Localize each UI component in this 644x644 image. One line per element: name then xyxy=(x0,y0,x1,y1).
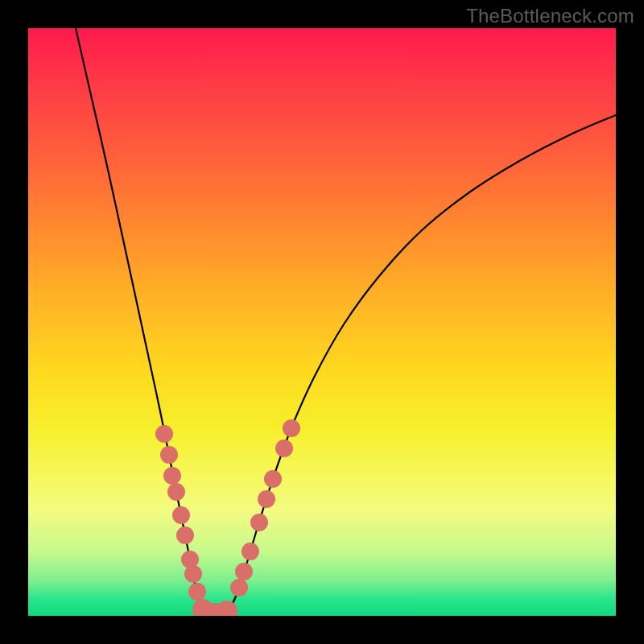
data-dot xyxy=(176,526,194,544)
data-dot xyxy=(188,583,206,601)
data-dot xyxy=(160,446,178,464)
dots-right-cluster xyxy=(230,419,300,597)
dots-left-cluster xyxy=(155,425,206,601)
data-dot xyxy=(163,467,181,485)
data-dot xyxy=(242,543,259,560)
data-dot xyxy=(184,565,202,583)
data-dot xyxy=(167,483,185,501)
bottleneck-curve-right xyxy=(224,115,616,614)
data-dot xyxy=(283,419,300,437)
chart-svg xyxy=(28,28,616,616)
data-dot xyxy=(155,425,173,443)
chart-frame: TheBottleneck.com xyxy=(0,0,644,644)
bottleneck-curve-left xyxy=(76,28,208,614)
data-dot xyxy=(217,601,237,616)
data-dot xyxy=(172,506,190,524)
data-dot xyxy=(275,440,293,457)
watermark-text: TheBottleneck.com xyxy=(466,5,634,27)
data-dot xyxy=(258,490,275,508)
dots-trough-cluster xyxy=(192,599,237,616)
data-dot xyxy=(264,470,282,488)
data-dot xyxy=(235,563,253,580)
data-dot xyxy=(230,579,248,597)
chart-background xyxy=(28,28,616,616)
data-dot xyxy=(250,514,268,531)
